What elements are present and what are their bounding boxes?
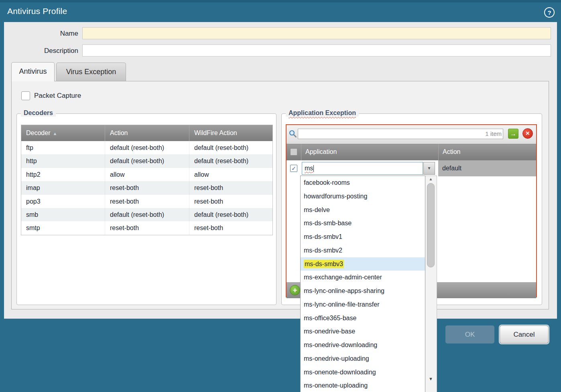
scroll-down-icon[interactable]: ▼	[425, 376, 436, 381]
arrow-right-icon: →	[510, 130, 516, 137]
name-label: Name	[4, 28, 78, 40]
combo-dropdown-button[interactable]: ▼	[423, 162, 435, 175]
dropdown-item[interactable]: ms-ds-smbv1	[301, 230, 425, 244]
packet-capture-label: Packet Capture	[34, 91, 81, 100]
apply-filter-button[interactable]: →	[508, 129, 518, 139]
table-row[interactable]: ftpdefault (reset-both)default (reset-bo…	[21, 141, 272, 154]
application-dropdown-list: facebook-rooms howardforums-posting ms-d…	[300, 176, 425, 392]
cancel-button[interactable]: Cancel	[500, 325, 549, 344]
dropdown-item[interactable]: ms-ds-smbv2	[301, 244, 425, 257]
app-exception-row: ✓ ms ▼ default	[287, 160, 536, 176]
help-icon[interactable]: ?	[544, 7, 555, 18]
checkmark-icon: ✓	[291, 165, 296, 172]
antivirus-profile-dialog: Antivirus Profile ? Name Description Ant…	[0, 0, 561, 392]
dropdown-item[interactable]: ms-onenote-downloading	[301, 366, 425, 379]
table-row[interactable]: imapreset-bothreset-both	[21, 181, 272, 194]
chevron-down-icon: ▼	[427, 166, 431, 170]
application-exception-legend: Application Exception	[286, 109, 359, 117]
clear-filter-button[interactable]: ×	[522, 128, 533, 139]
decoders-section: Decoders Decoder▲ Action WildFire Action…	[16, 113, 276, 305]
table-row[interactable]: smtpreset-bothreset-both	[21, 221, 272, 234]
decoder-column-header[interactable]: Decoder▲	[21, 125, 105, 141]
tab-antivirus[interactable]: Antivirus	[11, 62, 55, 81]
plus-icon: +	[293, 286, 297, 294]
filter-toolbar: 1 item → ×	[287, 125, 536, 143]
dropdown-item[interactable]: ms-onedrive-base	[301, 325, 425, 338]
wildfire-action-column-header[interactable]: WildFire Action	[189, 125, 272, 141]
table-row[interactable]: httpdefault (reset-both)default (reset-b…	[21, 154, 272, 168]
text-caret	[313, 165, 314, 172]
action-column-header[interactable]: Action	[105, 125, 189, 141]
application-dropdown: facebook-rooms howardforums-posting ms-d…	[300, 176, 437, 392]
app-exception-table-header: Application Action	[287, 143, 536, 160]
dialog-title: Antivirus Profile	[7, 6, 67, 16]
dropdown-item[interactable]: ms-delve	[301, 203, 425, 217]
decoders-table: Decoder▲ Action WildFire Action ftpdefau…	[21, 125, 273, 235]
dropdown-item[interactable]: howardforums-posting	[301, 190, 425, 203]
add-row-button[interactable]: +	[290, 285, 300, 295]
dropdown-item[interactable]: ms-onedrive-downloading	[301, 338, 425, 352]
dropdown-item[interactable]: ms-lync-online-apps-sharing	[301, 284, 425, 298]
dropdown-item[interactable]: ms-onenote-uploading	[301, 379, 425, 392]
application-column-header[interactable]: Application	[301, 143, 438, 160]
dropdown-item[interactable]: ms-ds-smb-base	[301, 216, 425, 230]
table-row[interactable]: http2allowallow	[21, 168, 272, 181]
filter-search-input[interactable]	[298, 129, 503, 139]
row-checkbox[interactable]: ✓	[290, 165, 297, 172]
ok-button[interactable]: OK	[445, 325, 494, 344]
application-combo: ms ▼	[301, 160, 438, 176]
search-icon	[289, 129, 297, 138]
dropdown-item-selected[interactable]: ms-ds-smbv3	[301, 257, 425, 271]
table-row[interactable]: pop3reset-bothreset-both	[21, 195, 272, 208]
antivirus-tab-panel: Packet Capture Decoders Decoder▲ Action …	[11, 81, 549, 309]
decoders-legend: Decoders	[21, 109, 56, 117]
action-cell[interactable]: default	[438, 160, 536, 176]
dropdown-item[interactable]: ms-office365-base	[301, 311, 425, 325]
application-combo-input[interactable]: ms	[302, 162, 423, 175]
dialog-titlebar: Antivirus Profile ?	[0, 0, 561, 22]
dropdown-scrollbar[interactable]: ▲ ▼	[425, 176, 437, 392]
dropdown-item[interactable]: ms-onedrive-uploading	[301, 352, 425, 366]
decoders-table-header: Decoder▲ Action WildFire Action	[21, 125, 272, 141]
dialog-content: Name Description Antivirus Virus Excepti…	[4, 22, 557, 319]
action-column-header[interactable]: Action	[438, 143, 536, 160]
table-row[interactable]: smbdefault (reset-both)default (reset-bo…	[21, 208, 272, 221]
description-label: Description	[4, 45, 78, 57]
packet-capture-checkbox[interactable]	[21, 91, 30, 100]
dropdown-item[interactable]: ms-exchange-admin-center	[301, 271, 425, 284]
description-field[interactable]	[82, 44, 551, 57]
dropdown-item[interactable]: ms-lync-online-file-transfer	[301, 298, 425, 311]
name-field[interactable]	[82, 27, 551, 39]
scrollbar-thumb[interactable]	[427, 183, 435, 267]
sort-ascending-icon: ▲	[53, 131, 57, 136]
dropdown-item[interactable]: facebook-rooms	[301, 176, 425, 190]
tab-virus-exception[interactable]: Virus Exception	[56, 63, 126, 81]
scroll-up-icon[interactable]: ▲	[425, 177, 436, 181]
close-icon: ×	[526, 129, 530, 137]
select-all-checkbox[interactable]	[290, 148, 297, 156]
